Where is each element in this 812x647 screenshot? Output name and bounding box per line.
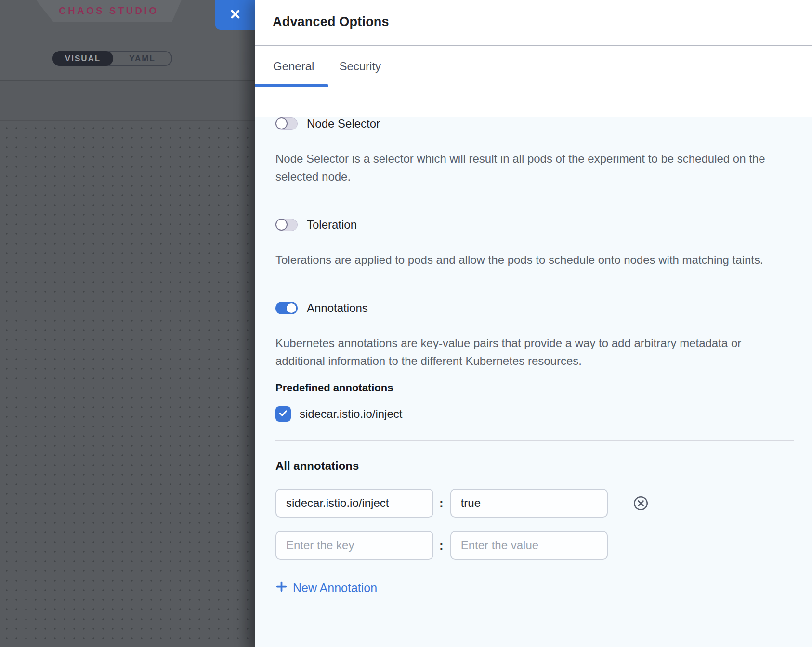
predefined-annotations-heading: Predefined annotations	[275, 382, 794, 394]
panel-edge-shadow	[238, 0, 255, 647]
plus-icon	[275, 581, 288, 595]
annotations-description: Kubernetes annotations are key-value pai…	[275, 334, 772, 370]
toggle-knob	[286, 303, 297, 313]
dimmed-background: CHAOS STUDIO VISUAL YAML	[0, 0, 255, 647]
new-annotation-button[interactable]: New Annotation	[275, 581, 377, 595]
tab-bar: General Security	[255, 46, 812, 87]
annotations-label: Annotations	[307, 301, 368, 315]
active-tab-indicator	[255, 84, 328, 87]
annotations-row: Annotations	[275, 301, 794, 315]
app-logo: CHAOS STUDIO	[36, 5, 182, 16]
annotation-key-input[interactable]	[275, 489, 433, 518]
key-value-separator: :	[439, 496, 444, 511]
node-selector-toggle[interactable]	[275, 117, 298, 130]
page-title: Advanced Options	[273, 14, 812, 29]
remove-annotation-icon[interactable]	[633, 495, 649, 511]
close-panel-button[interactable]	[215, 0, 255, 30]
toleration-row: Toleration	[275, 218, 794, 232]
key-value-separator: :	[439, 538, 444, 553]
toleration-label: Toleration	[307, 218, 357, 232]
annotation-key-input[interactable]	[275, 531, 433, 560]
toggle-knob	[275, 219, 288, 231]
toolbar-band	[0, 82, 255, 120]
section-divider	[275, 440, 794, 441]
yaml-tab[interactable]: YAML	[113, 52, 171, 65]
toggle-knob	[275, 117, 288, 129]
annotation-value-input[interactable]	[450, 531, 608, 560]
toleration-toggle[interactable]	[275, 219, 298, 231]
general-tab-content: Node Selector Node Selector is a selecto…	[255, 117, 812, 647]
node-selector-row: Node Selector	[275, 117, 794, 130]
annotation-row: :	[275, 489, 794, 518]
predefined-annotation-item: sidecar.istio.io/inject	[275, 406, 794, 422]
annotations-toggle[interactable]	[275, 302, 298, 314]
all-annotations-heading: All annotations	[275, 459, 794, 473]
new-annotation-label: New Annotation	[293, 581, 377, 595]
annotation-value-input[interactable]	[450, 489, 608, 518]
node-selector-description: Node Selector is a selector which will r…	[275, 150, 772, 185]
tab-security[interactable]: Security	[339, 60, 381, 73]
node-selector-label: Node Selector	[307, 117, 380, 130]
dotted-canvas	[0, 120, 255, 647]
advanced-options-panel: Advanced Options General Security Node S…	[255, 0, 812, 647]
close-icon	[229, 8, 242, 23]
toleration-description: Tolerations are applied to pods and allo…	[275, 251, 772, 269]
sidecar-inject-checkbox[interactable]	[275, 406, 291, 422]
checkmark-icon	[278, 408, 288, 420]
annotation-row: :	[275, 531, 794, 560]
sidecar-inject-label: sidecar.istio.io/inject	[300, 407, 402, 421]
view-mode-toggle[interactable]: VISUAL YAML	[52, 51, 172, 66]
tab-general[interactable]: General	[273, 60, 314, 73]
visual-tab[interactable]: VISUAL	[52, 51, 113, 66]
panel-header: Advanced Options	[255, 0, 812, 46]
